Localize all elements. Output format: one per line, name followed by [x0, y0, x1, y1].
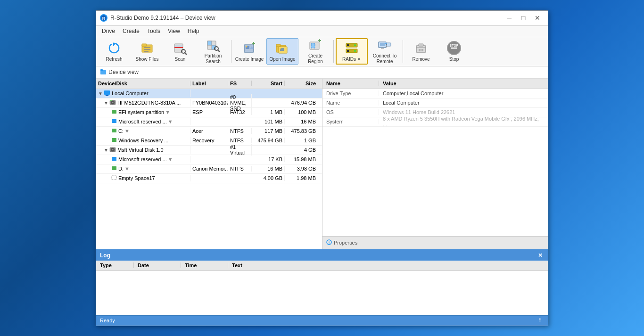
log-col-date: Date [134, 262, 181, 268]
properties-footer: i Properties [322, 236, 548, 249]
log-col-time: Time [181, 262, 228, 268]
svg-rect-23 [276, 44, 281, 47]
show-files-label: Show Files [136, 57, 159, 62]
properties-footer-text: Properties [334, 240, 357, 246]
device-name: Windows Recovery ... [96, 137, 190, 144]
connect-remote-icon [377, 38, 392, 52]
remove-button[interactable]: Remove [405, 38, 437, 65]
svg-point-57 [112, 102, 113, 103]
stop-button[interactable]: STOP Stop [438, 38, 470, 65]
device-name: ▼ Msft Virtual Disk 1.0 [96, 146, 190, 154]
props-row: Name Local Computer [322, 98, 548, 108]
close-button[interactable]: ✕ [531, 13, 544, 23]
table-row[interactable]: Empty Space17 4.00 GB 1.98 MB [96, 174, 322, 183]
computer-icon [104, 90, 110, 97]
device-name: EFI system partition ▼ [96, 109, 190, 115]
row-start: 17 KB [252, 156, 285, 162]
connect-remote-button[interactable]: Connect To Remote [369, 38, 401, 65]
svg-rect-66 [112, 157, 116, 161]
dropdown-arrow[interactable]: ▼ [168, 119, 173, 124]
create-image-label: Create Image [235, 57, 264, 62]
maximize-button[interactable]: □ [517, 13, 530, 23]
svg-rect-60 [112, 119, 116, 123]
row-device-text: EFI system partition [118, 109, 164, 115]
toolbar: Refresh Show Files [96, 37, 548, 66]
empty-space-icon [111, 175, 117, 181]
create-image-button[interactable]: Create Image [233, 38, 265, 65]
stop-icon: STOP [446, 41, 462, 56]
minimize-button[interactable]: ─ [503, 13, 516, 23]
row-fs: FAT32 [228, 109, 252, 115]
dropdown-arrow[interactable]: ▼ [124, 166, 130, 172]
menu-tools[interactable]: Tools [143, 26, 164, 37]
props-header: Name Value [322, 79, 548, 89]
partition-icon [111, 109, 117, 115]
row-start: 4.00 GB [252, 175, 285, 181]
log-col-type: Type [96, 262, 134, 268]
scan-button[interactable]: Scan [164, 38, 196, 65]
toolbar-separator-1 [231, 40, 231, 63]
menu-create[interactable]: Create [119, 26, 143, 37]
create-region-button[interactable]: Create Region [299, 38, 331, 65]
raids-label: RAIDs [342, 57, 356, 62]
svg-rect-31 [347, 44, 349, 46]
table-row[interactable]: Microsoft reserved ... ▼ 101 MB 16 MB [96, 117, 322, 127]
svg-rect-54 [105, 96, 109, 96]
row-size: 100 MB [285, 109, 318, 115]
log-panel: Log ✕ Type Date Time Text [96, 249, 548, 315]
partition-icon [111, 128, 117, 134]
partition-search-button[interactable]: Partition Search [197, 38, 229, 65]
raids-button[interactable]: RAIDs ▼ [336, 38, 368, 65]
title-bar: R R-Studio Demo 9.2.191144 – Device view… [96, 11, 548, 26]
dropdown-arrow[interactable]: ▼ [124, 128, 130, 134]
log-body: Type Date Time Text [96, 261, 548, 315]
refresh-button[interactable]: Refresh [98, 38, 130, 65]
svg-text:i: i [329, 241, 330, 244]
toolbar-separator-2 [333, 40, 334, 63]
table-row[interactable]: Microsoft reserved ... ▼ 17 KB 15.98 MB [96, 155, 322, 164]
table-row[interactable]: D: ▼ Canon Memor... NTFS 16 MB 3.98 GB [96, 164, 322, 174]
svg-rect-59 [112, 110, 116, 114]
disk-icon [109, 146, 116, 154]
col-size-header: Size [285, 81, 318, 86]
col-fs-header: FS [228, 81, 252, 86]
row-device-text: Empty Space17 [118, 175, 155, 181]
status-bar: Ready ⠿ [96, 315, 548, 326]
table-row[interactable]: C: ▼ Acer NTFS 117 MB 475.83 GB [96, 127, 322, 136]
col-device-header: Device/Disk [96, 81, 190, 86]
row-start: 16 MB [252, 166, 285, 172]
row-fs: #1 Virtual [228, 144, 252, 156]
device-name: Microsoft reserved ... ▼ [96, 118, 190, 125]
log-close-button[interactable]: ✕ [537, 252, 544, 259]
svg-rect-32 [347, 50, 349, 52]
dropdown-arrow[interactable]: ▼ [168, 156, 173, 162]
show-files-button[interactable]: Show Files [131, 38, 163, 65]
svg-point-65 [112, 149, 113, 150]
svg-point-26 [280, 48, 281, 49]
props-row: System 8 x AMD Ryzen 5 3550H with Radeon… [322, 117, 548, 127]
properties-panel: Name Value Drive Type Computer,Local Com… [322, 79, 548, 249]
resize-grip: ⠿ [538, 318, 544, 323]
row-start: 475.94 GB [252, 138, 285, 143]
table-row[interactable]: ▼ Msft Virtual Disk 1.0 #1 Virtual [96, 146, 322, 155]
row-fs: #0 NVME, SSD [228, 94, 252, 111]
svg-rect-42 [419, 44, 423, 46]
scan-icon [173, 41, 188, 56]
menu-drive[interactable]: Drive [98, 26, 119, 37]
menu-help[interactable]: Help [184, 26, 203, 37]
partition-icon [111, 118, 117, 125]
table-row[interactable]: ▼ HFM512GDJTNG-8310A ... FY0BN0403107... [96, 98, 322, 108]
row-device-text: Windows Recovery ... [118, 138, 168, 143]
table-row[interactable]: Windows Recovery ... Recovery NTFS 475.9… [96, 136, 322, 146]
dropdown-arrow[interactable]: ▼ [165, 109, 170, 115]
svg-text:R: R [102, 16, 106, 21]
log-table-header: Type Date Time Text [96, 261, 548, 271]
menu-view[interactable]: View [164, 26, 184, 37]
open-image-button[interactable]: Open Image [266, 38, 298, 65]
expand-arrow: ▼ [104, 100, 108, 106]
table-row[interactable]: ▼ Local Computer [96, 89, 322, 98]
svg-rect-61 [112, 129, 116, 132]
row-device-text: D: [118, 166, 124, 172]
disk-icon [109, 99, 116, 107]
table-row[interactable]: EFI system partition ▼ ESP FAT32 1 MB 10… [96, 108, 322, 117]
